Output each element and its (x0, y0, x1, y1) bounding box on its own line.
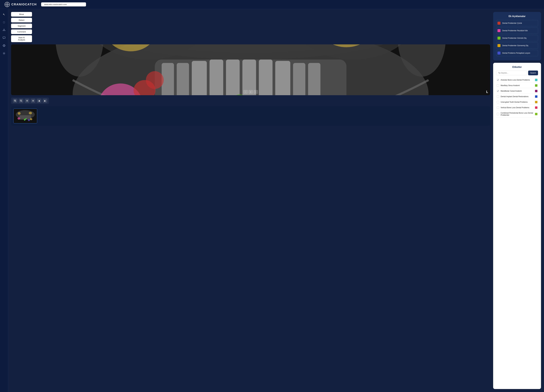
contrast-btn-1[interactable]: ◑ (37, 99, 41, 103)
svg-point-65 (28, 119, 30, 121)
xray-bg-svg (11, 44, 490, 95)
legend-item-3: Dental Problemler Sürmemiş Diş (496, 42, 538, 49)
label-color-3 (535, 95, 538, 98)
zoom-out-button[interactable] (19, 99, 23, 103)
search-row: Search (496, 70, 538, 75)
label-name-1: Maxillary Sinus Anatomi (501, 84, 533, 86)
left-sidebar: ↖ □ (0, 9, 8, 392)
legend-item-1: Dental Problemler Rezidüel Kök (496, 28, 538, 34)
label-item-3[interactable]: Dental Implant Dental Restorations (496, 94, 538, 99)
sidebar-settings-icon[interactable] (1, 51, 6, 56)
etiketler-card: Etiketler Search ✓ Alveolar Bone Loss De… (493, 63, 541, 389)
xray-orientation-label: L (486, 90, 488, 94)
logo-icon (5, 2, 10, 7)
legend-item-2: Dental Problemler Gömülü Diş (496, 35, 538, 41)
thumbnail-checkmark: ✓ (24, 117, 27, 122)
label-checkbox-5[interactable] (497, 106, 499, 109)
legend-color-0 (497, 22, 501, 25)
svg-rect-13 (3, 37, 5, 38)
settings-btn-2[interactable]: ⚙ (31, 99, 35, 103)
label-name-5: Vertical Bone Loss Dental Problems (501, 107, 533, 109)
prev-arrow[interactable]: ‹ (243, 90, 248, 94)
svg-point-63 (18, 117, 20, 120)
label-item-6[interactable]: Combined Periodontal Bone Loss Dental Pr… (496, 111, 538, 118)
legend-item-0: Dental Problemler Çürük (496, 20, 538, 26)
label-checkbox-4[interactable] (497, 101, 499, 103)
sidebar-square-icon[interactable]: □ (1, 20, 6, 25)
image-controls: ⚙ ⚙ ◑ ◐ (11, 98, 49, 104)
legend-item-4: Dental Problems Periapikal Lezyon (496, 50, 538, 56)
xray-panel: Move Detect Segment Comment Start AI Ana… (11, 12, 490, 389)
label-color-6 (535, 113, 538, 115)
sidebar-cursor-icon[interactable]: ↖ (1, 12, 6, 17)
detect-button[interactable]: Detect (11, 18, 32, 23)
start-ai-button[interactable]: Start AI Analysis (11, 35, 32, 42)
svg-rect-37 (308, 63, 320, 95)
right-panel: Ek Açıklamalar Dental Problemler Çürük D… (493, 12, 541, 389)
sidebar-target-icon[interactable] (1, 43, 6, 48)
svg-rect-34 (259, 59, 272, 95)
legend-label-2: Dental Problemler Gömülü Diş (502, 37, 526, 39)
svg-line-53 (16, 101, 16, 102)
label-list: ✓ Alveolar Bone Loss Dental Problems Max… (496, 77, 538, 118)
svg-rect-35 (275, 61, 290, 95)
svg-point-61 (29, 112, 32, 115)
label-item-0[interactable]: ✓ Alveolar Bone Loss Dental Problems (496, 77, 538, 83)
svg-point-2 (7, 4, 8, 5)
etiketler-title: Etiketler (496, 66, 538, 69)
svg-line-11 (4, 29, 5, 30)
svg-point-62 (30, 118, 32, 120)
label-item-5[interactable]: Vertical Bone Loss Dental Problems (496, 105, 538, 110)
label-checkbox-1[interactable] (497, 84, 499, 87)
xray-image: L ‹ ∨ › (11, 44, 490, 95)
nav-arrows: ‹ ∨ › (243, 90, 258, 94)
search-input[interactable] (496, 70, 527, 75)
label-color-2 (535, 90, 538, 92)
svg-rect-36 (293, 63, 305, 95)
legend-color-4 (497, 52, 501, 55)
move-button[interactable]: Move (11, 12, 32, 17)
down-arrow[interactable]: ∨ (248, 90, 253, 94)
segment-button[interactable]: Segment (11, 24, 32, 28)
thumbnail-strip: ✓ (11, 106, 490, 126)
toolbar: Move Detect Segment Comment Start AI Ana… (11, 12, 490, 42)
label-name-2: Mandibular Canal Anatomi (501, 90, 533, 92)
legend-color-3 (497, 44, 501, 47)
svg-point-15 (3, 45, 5, 46)
thumbnail-bg: ✓ (14, 109, 37, 123)
next-arrow[interactable]: › (254, 90, 258, 94)
settings-btn-1[interactable]: ⚙ (25, 99, 29, 103)
main-layout: ↖ □ (0, 9, 544, 392)
thumbnail-item[interactable]: ✓ (13, 109, 37, 123)
label-checkbox-0[interactable]: ✓ (497, 79, 499, 81)
label-item-1[interactable]: Maxillary Sinus Anatomi (496, 83, 538, 88)
ek-aciklamalar-title: Ek Açıklamalar (496, 15, 538, 18)
sidebar-comment-icon[interactable] (1, 35, 6, 40)
xray-container: L ‹ ∨ › (11, 44, 490, 95)
svg-point-60 (18, 112, 21, 115)
app-name: CRANIOCATCH (11, 3, 37, 6)
label-color-1 (535, 84, 538, 87)
label-item-4[interactable]: Unerupted Tooth Dental Problems (496, 99, 538, 105)
search-button[interactable]: Search (528, 70, 538, 75)
logo: CRANIOCATCH (5, 2, 37, 7)
svg-rect-30 (192, 61, 207, 95)
content-area: Move Detect Segment Comment Start AI Ana… (8, 9, 544, 392)
label-checkbox-2[interactable]: ✓ (497, 90, 499, 92)
label-checkbox-3[interactable] (497, 95, 499, 98)
label-name-6: Combined Periodontal Bone Loss Dental Pr… (501, 112, 533, 116)
svg-rect-31 (210, 59, 223, 95)
label-checkbox-6[interactable] (497, 113, 499, 115)
label-item-2[interactable]: ✓ Mandibular Canal Anatomi (496, 88, 538, 94)
svg-line-56 (22, 101, 22, 102)
contrast-btn-2[interactable]: ◐ (43, 99, 47, 103)
legend-color-1 (497, 29, 501, 32)
sidebar-network-icon[interactable] (1, 28, 6, 33)
comment-button[interactable]: Comment (11, 29, 32, 34)
svg-rect-33 (242, 59, 256, 95)
legend-label-4: Dental Problems Periapikal Lezyon (502, 52, 530, 54)
zoom-in-button[interactable] (13, 99, 17, 103)
url-bar[interactable]: www.edu.craniocatch.com (41, 2, 86, 6)
svg-point-45 (146, 71, 164, 89)
label-name-4: Unerupted Tooth Dental Problems (501, 101, 533, 103)
